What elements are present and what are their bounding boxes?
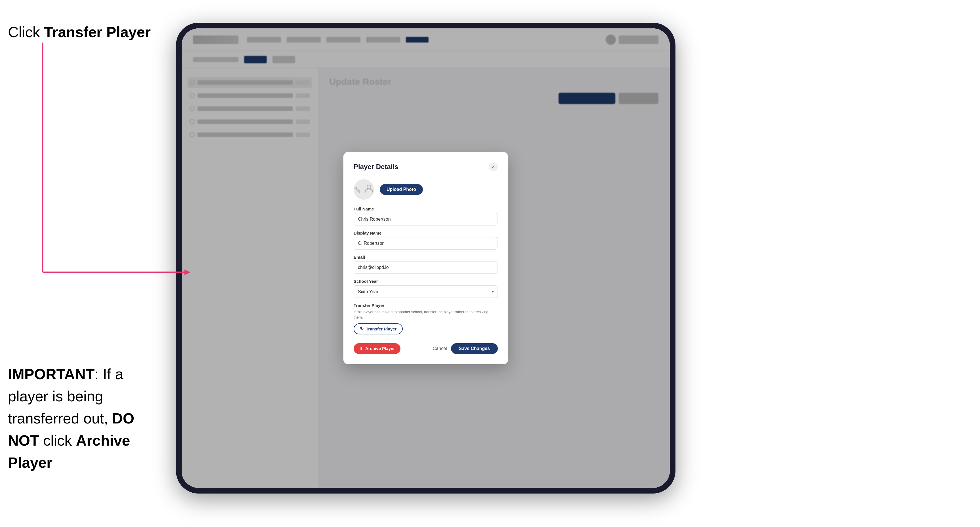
archive-player-button[interactable]: ⇩ Archive Player <box>354 343 401 354</box>
save-changes-button[interactable]: Save Changes <box>451 343 498 354</box>
school-year-group: School Year Sixth Year Fifth Year Fourth… <box>354 279 498 298</box>
school-year-label: School Year <box>354 279 498 284</box>
archive-button-label: Archive Player <box>365 346 395 351</box>
red-arrow <box>17 40 193 295</box>
transfer-button-label: Transfer Player <box>366 327 396 331</box>
upload-photo-button[interactable]: Upload Photo <box>380 184 423 195</box>
svg-marker-2 <box>185 270 190 275</box>
avatar-icon: ✎ <box>354 183 374 196</box>
instruction-bottom: IMPORTANT: If a player is being transfer… <box>8 363 167 474</box>
modal-overlay: Player Details × ✎ <box>181 29 670 488</box>
person-icon <box>364 183 374 194</box>
transfer-player-button[interactable]: ↻ Transfer Player <box>354 323 403 334</box>
modal-close-button[interactable]: × <box>489 162 498 171</box>
app-background: Update Roster Player Details × <box>181 29 670 488</box>
transfer-section: Transfer Player If this player has moved… <box>354 303 498 334</box>
photo-section: ✎ Upload Photo <box>354 179 498 200</box>
player-details-modal: Player Details × ✎ <box>344 152 508 364</box>
instruction-prefix: Click <box>8 24 44 40</box>
transfer-icon: ↻ <box>360 326 364 332</box>
instruction-top: Click Transfer Player <box>8 23 151 42</box>
modal-title: Player Details <box>354 163 398 171</box>
school-year-select-wrapper: Sixth Year Fifth Year Fourth Year Third … <box>354 285 498 298</box>
email-input[interactable] <box>354 261 498 274</box>
display-name-label: Display Name <box>354 230 498 235</box>
email-label: Email <box>354 255 498 260</box>
svg-point-3 <box>367 185 371 189</box>
instruction-part4: click <box>39 432 76 449</box>
full-name-label: Full Name <box>354 206 498 211</box>
archive-icon: ⇩ <box>359 346 363 351</box>
tablet-device: Update Roster Player Details × <box>176 23 676 494</box>
tablet-screen: Update Roster Player Details × <box>181 29 670 488</box>
full-name-input[interactable] <box>354 213 498 225</box>
modal-header: Player Details × <box>354 162 498 171</box>
instruction-important: IMPORTANT <box>8 366 94 383</box>
modal-footer: ⇩ Archive Player Cancel Save Changes <box>354 340 498 354</box>
close-icon: × <box>492 164 495 170</box>
full-name-group: Full Name <box>354 206 498 225</box>
cancel-button[interactable]: Cancel <box>433 346 447 351</box>
display-name-group: Display Name <box>354 230 498 249</box>
email-group: Email <box>354 255 498 274</box>
avatar-circle: ✎ <box>354 179 374 200</box>
transfer-section-description: If this player has moved to another scho… <box>354 310 498 320</box>
display-name-input[interactable] <box>354 237 498 249</box>
transfer-section-title: Transfer Player <box>354 303 498 308</box>
instruction-emphasis: Transfer Player <box>44 24 151 40</box>
school-year-select[interactable]: Sixth Year Fifth Year Fourth Year Third … <box>354 285 498 298</box>
